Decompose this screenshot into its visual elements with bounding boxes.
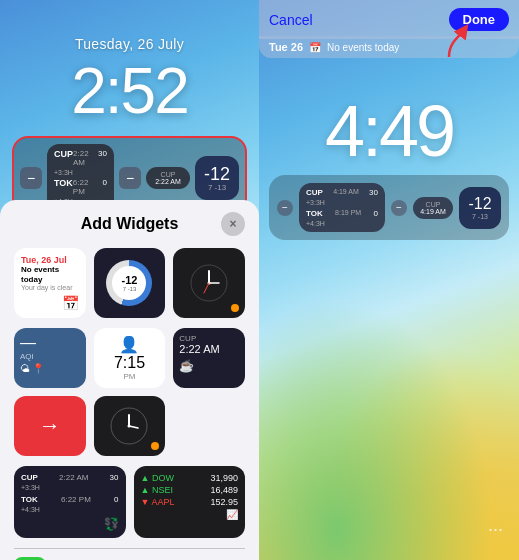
- temp-circle-inner: -12 7 -13: [112, 266, 146, 300]
- stock1-val: 31,990: [210, 473, 238, 483]
- orange-dot2: [151, 442, 159, 450]
- clock-face: [189, 263, 229, 303]
- tok-val: 0: [103, 178, 107, 196]
- currency-card[interactable]: CUP 2:22 AM 30 +3:3H TOK 6:22 PM 0 +4:3H…: [14, 466, 126, 538]
- clock2-face: [109, 406, 149, 446]
- curr-tok-val: 0: [114, 495, 118, 504]
- curr-cup-time: 2:22 AM: [59, 473, 88, 482]
- right-temp-widget: -12 7 -13: [459, 187, 501, 229]
- r-cup-time: 4:19 AM: [333, 188, 359, 197]
- app-list: 🔋 Batteries 📅 Calendar: [14, 548, 245, 560]
- orange-indicator: [231, 304, 239, 312]
- time-big: 7:15: [114, 354, 145, 372]
- right-minus-left[interactable]: −: [277, 200, 293, 216]
- left-panel: Tuesday, 26 July 2:52 − CUP 2:22 AM 30 +…: [0, 0, 259, 560]
- app-item-batteries[interactable]: 🔋 Batteries: [14, 548, 245, 560]
- top-bar: Cancel Done: [259, 0, 519, 39]
- aqi-icon1: 🌤: [20, 363, 30, 374]
- aqi-label: AQI: [20, 352, 80, 361]
- add-widgets-panel: Add Widgets × Tue, 26 Jul No events toda…: [0, 200, 259, 560]
- right-currency-widget: CUP 4:19 AM 30 +3:3H TOK 8:19 PM 0 +4:3H: [299, 183, 385, 232]
- cup-val2: +3:3H: [54, 169, 73, 176]
- widgets-grid-row2: — AQI 🌤 📍 👤 7:15 PM CUP 2:22 AM: [14, 328, 245, 456]
- notif-cal-icon: 📅: [309, 42, 321, 53]
- right-widgets-area: − CUP 4:19 AM 30 +3:3H TOK 8:19 PM 0 +4:…: [269, 175, 509, 240]
- curr-tok-time: 6:22 PM: [61, 495, 91, 504]
- tok-time: 6:22 PM: [73, 178, 103, 196]
- arrow-annotation: [429, 22, 469, 66]
- panel-header: Add Widgets ×: [14, 212, 245, 236]
- temp-circle-val: -12: [122, 275, 138, 286]
- r-tok-label: TOK: [306, 209, 323, 218]
- r-cup-sm-time: 4:19 AM: [418, 208, 448, 215]
- temp-widget-left: -12 7 -13: [195, 156, 239, 200]
- panel-title: Add Widgets: [38, 215, 221, 233]
- right-panel: Cancel Done Tue 26 📅 No events today 4:4…: [259, 0, 519, 560]
- cup-time: 2:22 AM: [73, 149, 98, 167]
- temp-val: -12: [204, 165, 230, 183]
- svg-line-8: [129, 426, 138, 428]
- arrow-widget[interactable]: →: [14, 396, 86, 456]
- close-button[interactable]: ×: [221, 212, 245, 236]
- curr-cup-val: 30: [110, 473, 119, 482]
- stock-row-3: ▼ AAPL 152.95: [141, 497, 239, 507]
- cal-sub: Your day is clear: [21, 284, 79, 291]
- cup2-icons: ☕: [179, 359, 239, 373]
- clock2-widget[interactable]: [94, 396, 166, 456]
- cup2-time: 2:22 AM: [179, 343, 239, 355]
- stocks-icon: 📈: [226, 509, 238, 520]
- curr-cup-label: CUP: [21, 473, 38, 482]
- currency-icon-row: 💱: [21, 517, 119, 531]
- time-widget[interactable]: 👤 7:15 PM: [94, 328, 166, 388]
- arrow-icon: →: [39, 413, 61, 439]
- r-tok-val: 0: [374, 209, 378, 218]
- notif-text: No events today: [327, 42, 399, 53]
- widgets-grid-row3: CUP 2:22 AM 30 +3:3H TOK 6:22 PM 0 +4:3H…: [14, 466, 245, 538]
- svg-line-4: [204, 283, 209, 293]
- right-time: 4:49: [259, 90, 519, 172]
- cup-small-widget: CUP 2:22 AM: [146, 167, 190, 189]
- stock2-symbol: ▲ NSEI: [141, 485, 173, 495]
- widgets-grid-row1: Tue, 26 Jul No events today Your day is …: [14, 248, 245, 318]
- r-cup-label: CUP: [306, 188, 323, 197]
- aqi-icon2: 📍: [32, 363, 44, 374]
- temp-circle: -12 7 -13: [106, 260, 152, 306]
- r-temp-val: -12: [468, 195, 491, 213]
- currency-icon: 💱: [104, 517, 119, 531]
- stocks-card[interactable]: ▲ DOW 31,990 ▲ NSEI 16,489 ▼ AAPL 152.95…: [134, 466, 246, 538]
- cal-date: Tue, 26 Jul: [21, 255, 79, 265]
- calendar-icon: 📅: [62, 295, 79, 311]
- cup-small-label: CUP: [152, 171, 184, 178]
- curr-tok-val2: +4:3H: [21, 506, 119, 513]
- stock-row-2: ▲ NSEI 16,489: [141, 485, 239, 495]
- calendar-widget[interactable]: Tue, 26 Jul No events today Your day is …: [14, 248, 86, 318]
- notification-bar: Tue 26 📅 No events today: [259, 36, 519, 58]
- left-date: Tuesday, 26 July: [0, 0, 259, 52]
- cup2-widget[interactable]: CUP 2:22 AM ☕: [173, 328, 245, 388]
- aqi-val: —: [20, 334, 80, 352]
- r-cup-sm-label: CUP: [418, 201, 448, 208]
- notif-date: Tue 26: [269, 41, 303, 53]
- clock-widget[interactable]: [173, 248, 245, 318]
- temp-sub: 7 -13: [208, 183, 226, 192]
- cup-label: CUP: [54, 149, 73, 167]
- minus-badge-mid[interactable]: −: [119, 167, 141, 189]
- stock3-val: 152.95: [210, 497, 238, 507]
- r-cup-val2: +3:3H: [306, 199, 378, 206]
- cup-small-time: 2:22 AM: [152, 178, 184, 185]
- cancel-button[interactable]: Cancel: [269, 12, 313, 28]
- aqi-widget[interactable]: — AQI 🌤 📍: [14, 328, 86, 388]
- annotation-arrow: [429, 22, 469, 62]
- left-time: 2:52: [0, 56, 259, 126]
- temp-circle-widget[interactable]: -12 7 -13: [94, 248, 166, 318]
- minus-badge-left[interactable]: −: [20, 167, 42, 189]
- tok-label: TOK: [54, 178, 73, 196]
- time-label: PM: [123, 372, 135, 381]
- stocks-icon-row: 📈: [141, 509, 239, 520]
- temp-circle-sub: 7 -13: [123, 286, 137, 292]
- aqi-icons: 🌤 📍: [20, 363, 80, 374]
- three-dots-button[interactable]: ···: [488, 519, 503, 540]
- right-minus-mid[interactable]: −: [391, 200, 407, 216]
- stock-row-1: ▲ DOW 31,990: [141, 473, 239, 483]
- stock1-symbol: ▲ DOW: [141, 473, 174, 483]
